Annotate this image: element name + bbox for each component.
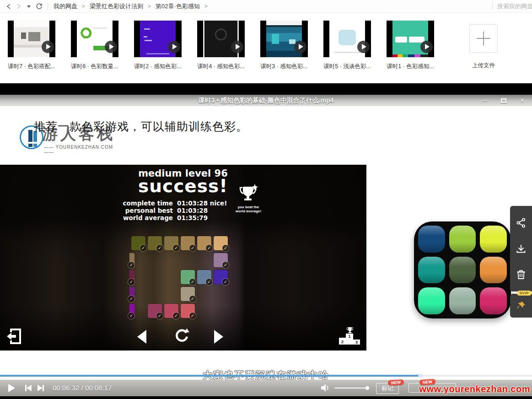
- play-overlay-icon: [42, 41, 54, 53]
- color-swatch: ✓: [214, 253, 228, 267]
- podium-rank-1: 1: [346, 334, 353, 345]
- breadcrumb-separator: >: [82, 3, 85, 10]
- video-seek-bar[interactable]: [0, 375, 532, 377]
- game-replay-icon: [174, 327, 189, 345]
- breadcrumb-my-drive[interactable]: 我的网盘: [54, 2, 77, 11]
- file-label: 课时6 · 色彩数量...: [71, 63, 118, 70]
- empty-swatch: [131, 270, 145, 284]
- empty-swatch: [164, 287, 178, 301]
- pin-button[interactable]: [510, 297, 532, 315]
- new-badge: NEW: [388, 379, 404, 386]
- color-swatch: ✓: [214, 270, 228, 284]
- cube-tile: [449, 257, 476, 284]
- game-result-text: success!: [110, 176, 256, 196]
- stat-label: world average: [109, 214, 173, 221]
- game-next-arrow-icon: [214, 330, 223, 344]
- file-item-lesson4[interactable]: 课时4 · 感知色彩...: [197, 21, 245, 70]
- back-icon[interactable]: [4, 1, 14, 11]
- color-cube-app-icon: [414, 221, 511, 318]
- previous-track-button[interactable]: [25, 385, 32, 391]
- player-title-bar[interactable]: 课时3 • 感知色彩的基础-颜色中混合了什么.mp4 ─ ✕: [0, 95, 532, 106]
- color-swatch: ✓: [181, 287, 195, 301]
- share-button[interactable]: [510, 214, 532, 232]
- color-swatch: ✓: [148, 236, 162, 250]
- empty-swatch: [214, 287, 228, 301]
- cube-tile: [418, 257, 445, 284]
- cube-tile: [418, 287, 445, 314]
- cube-tile: [480, 257, 507, 284]
- maximize-icon[interactable]: [501, 98, 506, 103]
- color-swatch: ✓: [181, 270, 195, 284]
- pin-rail: SVIP: [510, 294, 532, 318]
- swatch-grid: ✓✓✓✓✓✓✓✓✓✓✓✓✓✓: [131, 236, 228, 318]
- file-item-lesson1[interactable]: 课时1 · 色彩感知...: [387, 21, 434, 70]
- file-item-lesson2[interactable]: 课时2 · 感知色彩...: [134, 21, 182, 70]
- empty-swatch: [197, 304, 211, 318]
- empty-swatch: [197, 287, 211, 301]
- file-strip: 课时7 · 色彩搭配... 课时6 · 色彩数量... 课时2 · 感知色彩..…: [0, 13, 532, 83]
- cube-tile: [449, 287, 476, 314]
- upload-file-button[interactable]: 上传文件: [460, 21, 507, 70]
- breadcrumb-separator: >: [148, 3, 151, 10]
- player-window-bottom-bar: [0, 396, 532, 399]
- color-swatch: ✓: [181, 236, 195, 250]
- trophy-caption: you beat the world average!: [235, 205, 262, 213]
- file-item-lesson7[interactable]: 课时7 · 色彩搭配...: [8, 21, 55, 70]
- color-swatch: ✓: [214, 236, 228, 250]
- stat-value: 01:03:28 nice!: [177, 200, 227, 207]
- player-window-top-bar: [0, 83, 532, 95]
- forward-icon[interactable]: [14, 1, 24, 11]
- play-button[interactable]: [8, 384, 15, 392]
- empty-swatch: [131, 304, 145, 318]
- leaderboard-podium-icon: 2 1 3: [339, 327, 361, 345]
- video-caption-text: 推荐一款色彩游戏，可以辅助训练色彩。: [34, 119, 248, 134]
- play-overlay-icon: [231, 41, 243, 53]
- upload-label: 上传文件: [460, 62, 507, 70]
- minimize-icon[interactable]: ─: [481, 97, 489, 104]
- file-item-lesson6[interactable]: 课时6 · 色彩数量...: [71, 21, 118, 70]
- logo-domain: —— YOURENKEZHAN.COM ——: [44, 145, 119, 155]
- game-previous-arrow-icon: [137, 330, 146, 344]
- file-label: 课时4 · 感知色彩...: [197, 63, 245, 70]
- toolbar-divider: [48, 3, 48, 10]
- podium-rank-3: 3: [353, 340, 360, 345]
- empty-swatch: [148, 270, 162, 284]
- volume-icon[interactable]: [321, 384, 331, 394]
- file-label: 课时7 · 色彩搭配...: [8, 63, 55, 70]
- empty-swatch: [181, 253, 195, 267]
- stat-label: personal best: [109, 207, 173, 214]
- video-subtitle: 大家也不要沉迷在游戏中哈: [0, 369, 532, 380]
- breadcrumb-chapter-folder[interactable]: 第02章·色彩感知: [156, 2, 200, 11]
- history-caret-icon[interactable]: [24, 1, 34, 11]
- empty-swatch: [131, 253, 145, 267]
- search-zone: 搜索我的网盘: [488, 0, 532, 13]
- svip-badge: SVIP: [517, 291, 532, 296]
- file-item-lesson5[interactable]: 课时5 · 浅谈色彩...: [323, 21, 371, 70]
- player-window-title: 课时3 • 感知色彩的基础-颜色中混合了什么.mp4: [0, 97, 532, 105]
- stat-value: 01:03:28: [177, 207, 208, 214]
- player-control-bar: 00:06:32 / 00:08:17 标记 NEW NEW www.youre…: [0, 380, 532, 396]
- color-swatch: ✓: [164, 304, 178, 318]
- file-label: 课时1 · 色彩感知...: [387, 63, 434, 70]
- cloud-drive-app: 我的网盘 > 梁景红色彩设计法则 > 第02章·色彩感知 > 搜索我的网盘 课时…: [0, 0, 532, 399]
- download-button[interactable]: [510, 240, 532, 258]
- toolbar: 我的网盘 > 梁景红色彩设计法则 > 第02章·色彩感知 > 搜索我的网盘: [0, 0, 532, 13]
- empty-swatch: [164, 270, 178, 284]
- breadcrumb-course-folder[interactable]: 梁景红色彩设计法则: [90, 2, 143, 11]
- video-canvas[interactable]: 游人客栈 —— YOURENKEZHAN.COM —— 推荐一款色彩游戏，可以辅…: [0, 106, 532, 380]
- close-icon[interactable]: ✕: [518, 97, 527, 104]
- cube-tile: [418, 226, 445, 253]
- next-track-button[interactable]: [38, 385, 44, 391]
- color-swatch: ✓: [197, 236, 211, 250]
- empty-swatch: [197, 253, 211, 267]
- podium-rank-2: 2: [339, 338, 346, 345]
- empty-swatch: [214, 304, 228, 318]
- empty-swatch: [148, 287, 162, 301]
- refresh-icon[interactable]: [34, 1, 44, 11]
- delete-button[interactable]: [510, 265, 532, 284]
- volume-slider[interactable]: [334, 388, 368, 388]
- play-overlay-icon: [294, 41, 306, 53]
- file-item-lesson3[interactable]: 课时3 · 感知色彩...: [260, 21, 308, 70]
- color-swatch: ✓: [131, 236, 145, 250]
- search-input[interactable]: 搜索我的网盘: [497, 2, 532, 11]
